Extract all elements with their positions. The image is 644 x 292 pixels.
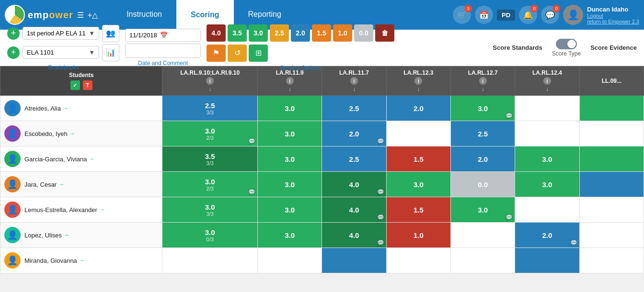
score-cell[interactable] — [386, 121, 450, 146]
sort-icon-1[interactable]: ↓ — [288, 86, 291, 92]
score-cell[interactable]: 3.0 3/3 — [162, 197, 258, 223]
info-icon-2[interactable]: i — [350, 77, 358, 85]
score-cell[interactable]: 3.0 2/3 💬 — [162, 172, 258, 197]
sort-icon-4[interactable]: ↓ — [482, 86, 484, 92]
class-icon[interactable]: 📊 — [102, 44, 119, 61]
notif-button-2[interactable]: 💬 0 — [541, 6, 559, 24]
score-cell[interactable] — [579, 248, 644, 273]
score-cell[interactable]: 2.0 — [450, 146, 515, 172]
sort-icon-0[interactable]: ↓ — [208, 86, 211, 92]
calendar-button[interactable]: 📅 — [475, 6, 493, 24]
score-cell[interactable]: 2.0 — [386, 96, 450, 121]
score-cell[interactable]: 0.0 — [450, 172, 515, 197]
score-cell[interactable]: 3.0 — [257, 121, 322, 146]
score-cell[interactable]: 1.5 — [386, 146, 450, 172]
score-cell[interactable]: 3.0 — [257, 197, 322, 223]
student-filter-green[interactable]: ✓ — [70, 80, 80, 90]
grid-option-button[interactable]: ⊞ — [249, 45, 268, 62]
score-cell[interactable]: 3.0 2/3 💬 — [162, 121, 258, 146]
score-btn-15[interactable]: 1.5 — [312, 24, 331, 42]
score-btn-40[interactable]: 4.0 — [207, 24, 226, 42]
notif-button-1[interactable]: 🔔 0 — [519, 6, 537, 24]
history-option-button[interactable]: ↺ — [228, 45, 247, 62]
sort-icon-5[interactable]: ↓ — [546, 86, 549, 92]
score-cell[interactable]: 1.0 — [386, 223, 450, 248]
score-standards-toggle[interactable] — [556, 39, 577, 49]
score-cell[interactable]: 3.0 — [257, 96, 322, 121]
gradebook-dropdown[interactable]: 1st period AP ELA 11 ▼ — [23, 27, 99, 40]
score-cell[interactable] — [257, 248, 322, 273]
student-cell[interactable]: 👤 Escobedo, Iyeh → — [0, 121, 162, 146]
score-cell[interactable]: 2.5 3/3 — [162, 96, 258, 121]
add-delta-icon[interactable]: +△ — [88, 11, 98, 20]
return-link[interactable]: return to Empower 2.3 — [587, 19, 639, 24]
cart-button[interactable]: 🛒 3 — [453, 6, 471, 24]
score-cell[interactable] — [515, 96, 579, 121]
info-icon-0[interactable]: i — [206, 77, 214, 85]
hamburger-icon[interactable]: ☰ — [77, 11, 84, 20]
delete-score-button[interactable]: 🗑 — [375, 24, 394, 42]
score-cell[interactable]: 3.0 0/3 — [162, 223, 258, 248]
info-icon-3[interactable]: i — [414, 77, 422, 85]
student-cell[interactable]: 👤 Lemus-Estrella, Alexander → — [0, 197, 162, 223]
logout-link[interactable]: Logout — [587, 13, 603, 19]
info-icon-4[interactable]: i — [479, 77, 487, 85]
score-btn-35[interactable]: 3.5 — [228, 24, 247, 42]
add-class-button[interactable]: + — [7, 46, 20, 59]
score-cell[interactable]: 3.0 — [257, 223, 322, 248]
score-btn-30[interactable]: 3.0 — [249, 24, 268, 42]
score-cell[interactable]: 3.0 💬 — [450, 96, 515, 121]
score-cell[interactable]: 2.0 💬 — [515, 223, 579, 248]
score-cell[interactable]: 2.5 — [450, 121, 515, 146]
student-cell[interactable]: 👤 Garcia-Garcia, Viviana → — [0, 146, 162, 172]
class-dropdown[interactable]: ELA 1101 ▼ — [23, 46, 99, 59]
score-cell[interactable] — [450, 223, 515, 248]
score-cell[interactable] — [322, 248, 386, 273]
score-cell[interactable]: 3.5 3/3 — [162, 146, 258, 172]
pd-button[interactable]: PD — [497, 10, 515, 21]
student-cell[interactable]: 👤 Atreides, Alia → — [0, 96, 162, 121]
score-cell[interactable] — [579, 146, 644, 172]
sort-icon-2[interactable]: ↓ — [353, 86, 356, 92]
score-cell[interactable] — [450, 248, 515, 273]
score-cell[interactable] — [515, 197, 579, 223]
score-cell[interactable] — [579, 96, 644, 121]
score-cell[interactable]: 4.0 💬 — [322, 197, 386, 223]
score-btn-25[interactable]: 2.5 — [270, 24, 289, 42]
score-cell[interactable] — [579, 223, 644, 248]
score-cell[interactable] — [162, 248, 258, 273]
score-cell[interactable]: 2.5 — [322, 146, 386, 172]
student-cell[interactable]: 👤 Jara, Cesar → — [0, 172, 162, 197]
score-cell[interactable]: 3.0 — [515, 146, 579, 172]
score-cell[interactable]: 3.0 — [257, 146, 322, 172]
score-cell[interactable] — [515, 248, 579, 273]
calendar-icon[interactable]: 📅 — [160, 32, 168, 39]
score-cell[interactable]: 2.0 💬 — [322, 121, 386, 146]
score-cell[interactable]: 3.0 — [515, 172, 579, 197]
sort-icon-3[interactable]: ↓ — [417, 86, 420, 92]
score-cell[interactable]: 4.0 💬 — [322, 223, 386, 248]
flag-option-button[interactable]: ⚑ — [207, 45, 226, 62]
gradebooks-link[interactable]: Gradebooks — [7, 64, 119, 71]
student-cell[interactable]: 👤 Miranda, Giovanna → — [0, 248, 162, 273]
gradebook-manage-icon[interactable]: 👥 — [102, 25, 119, 42]
score-cell[interactable] — [386, 248, 450, 273]
comment-input[interactable] — [125, 44, 201, 58]
score-cell[interactable]: 2.5 — [322, 96, 386, 121]
student-filter-red[interactable]: T — [83, 80, 92, 90]
student-cell[interactable]: 👤 Lopez, Ulises → — [0, 223, 162, 248]
score-cell[interactable] — [579, 197, 644, 223]
score-cell[interactable] — [515, 121, 579, 146]
info-icon-5[interactable]: i — [543, 77, 551, 85]
score-cell[interactable]: 3.0 — [257, 172, 322, 197]
score-btn-00[interactable]: 0.0 — [354, 24, 373, 42]
score-cell[interactable]: 4.0 💬 — [322, 172, 386, 197]
score-cell[interactable]: 3.0 💬 — [450, 197, 515, 223]
score-btn-10[interactable]: 1.0 — [333, 24, 352, 42]
score-cell[interactable]: 3.0 — [386, 172, 450, 197]
score-cell[interactable] — [579, 121, 644, 146]
score-cell[interactable] — [579, 172, 644, 197]
add-gradebook-button[interactable]: + — [7, 27, 20, 40]
score-cell[interactable]: 1.5 — [386, 197, 450, 223]
score-btn-20[interactable]: 2.0 — [291, 24, 310, 42]
